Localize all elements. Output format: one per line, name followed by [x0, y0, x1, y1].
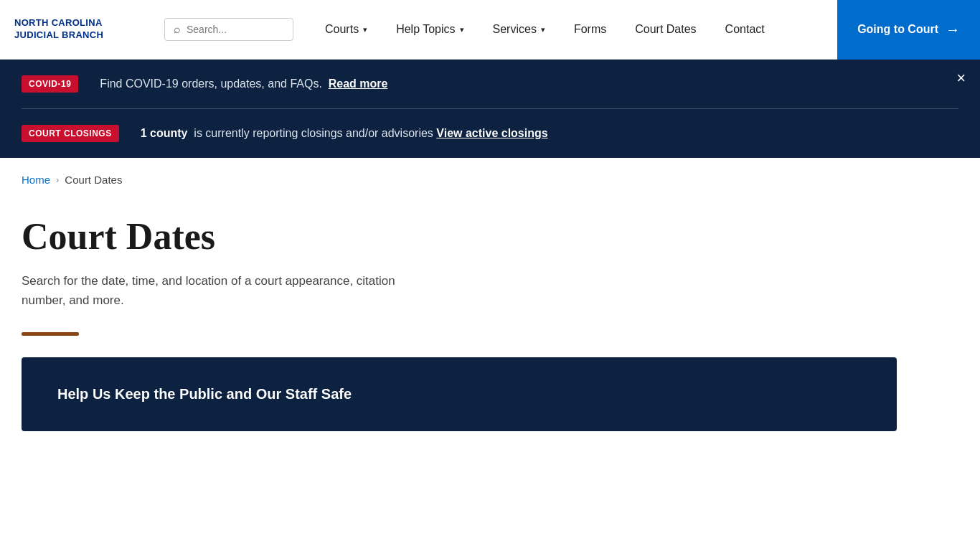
chevron-down-icon: ▾ — [541, 25, 545, 34]
chevron-down-icon: ▾ — [460, 25, 464, 34]
search-icon: ⌕ — [174, 23, 181, 36]
nav-item-courts[interactable]: Courts ▾ — [311, 0, 382, 60]
going-to-court-button[interactable]: Going to Court → — [837, 0, 980, 60]
nav-item-services[interactable]: Services ▾ — [479, 0, 560, 60]
covid-alert-text: Find COVID-19 orders, updates, and FAQs.… — [100, 77, 387, 90]
main-nav: Courts ▾ Help Topics ▾ Services ▾ Forms … — [311, 0, 837, 60]
court-closings-badge: COURT CLOSINGS — [22, 125, 119, 142]
closings-alert-row: COURT CLOSINGS 1 county is currently rep… — [22, 108, 958, 158]
closings-count: 1 county — [141, 127, 188, 139]
view-closings-link[interactable]: View active closings — [436, 127, 547, 139]
breadcrumb-current: Court Dates — [65, 174, 122, 186]
breadcrumb-home[interactable]: Home — [22, 174, 50, 186]
alert-banner: × COVID-19 Find COVID-19 orders, updates… — [0, 60, 980, 158]
divider-bar — [22, 332, 79, 336]
logo-line1: NORTH CAROLINA — [14, 17, 147, 29]
nav-item-contact[interactable]: Contact — [711, 0, 779, 60]
header: NORTH CAROLINA JUDICIAL BRANCH ⌕ Courts … — [0, 0, 980, 60]
close-button[interactable]: × — [956, 70, 966, 86]
breadcrumb-separator: › — [56, 174, 59, 185]
nav-item-court-dates[interactable]: Court Dates — [621, 0, 710, 60]
covid-read-more-link[interactable]: Read more — [329, 77, 388, 90]
covid-badge: COVID-19 — [22, 75, 78, 93]
logo[interactable]: NORTH CAROLINA JUDICIAL BRANCH — [14, 17, 147, 42]
dark-card: Help Us Keep the Public and Our Staff Sa… — [22, 357, 897, 431]
dark-card-title: Help Us Keep the Public and Our Staff Sa… — [57, 386, 861, 402]
covid-alert-row: COVID-19 Find COVID-19 orders, updates, … — [22, 60, 958, 108]
page-description: Search for the date, time, and location … — [22, 271, 430, 310]
page-title: Court Dates — [22, 216, 958, 257]
nav-item-forms[interactable]: Forms — [560, 0, 621, 60]
main-content: Court Dates Search for the date, time, a… — [0, 202, 980, 460]
nav-item-help-topics[interactable]: Help Topics ▾ — [382, 0, 478, 60]
search-input[interactable] — [187, 24, 273, 35]
search-container[interactable]: ⌕ — [164, 18, 293, 41]
arrow-right-icon: → — [946, 22, 960, 38]
breadcrumb: Home › Court Dates — [0, 158, 980, 202]
chevron-down-icon: ▾ — [363, 25, 367, 34]
logo-line2: JUDICIAL BRANCH — [14, 29, 147, 42]
closings-alert-text: 1 county is currently reporting closings… — [141, 127, 548, 140]
